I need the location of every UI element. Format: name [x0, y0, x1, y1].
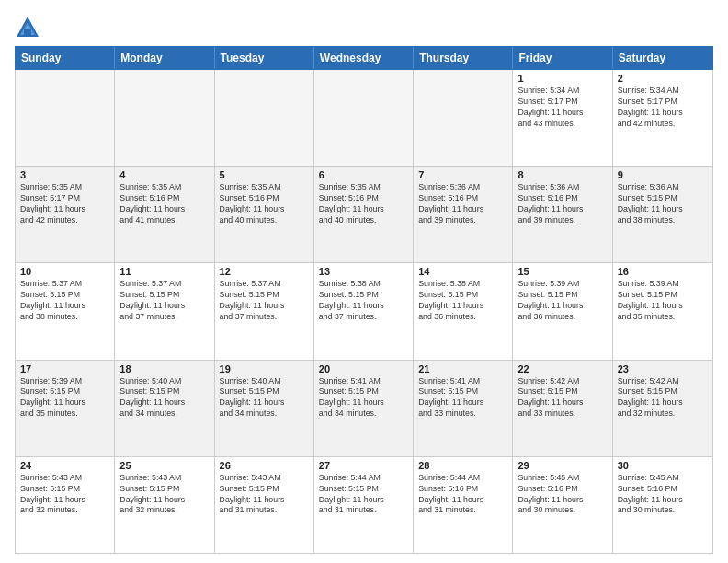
cal-cell: 18Sunrise: 5:40 AM Sunset: 5:15 PM Dayli… — [115, 361, 214, 456]
cal-header-cell: Monday — [115, 47, 214, 69]
cal-header-cell: Wednesday — [314, 47, 414, 69]
day-info: Sunrise: 5:41 AM Sunset: 5:15 PM Dayligh… — [418, 376, 507, 420]
page: SundayMondayTuesdayWednesdayThursdayFrid… — [0, 0, 728, 563]
cal-header-cell: Tuesday — [215, 47, 314, 69]
cal-cell: 21Sunrise: 5:41 AM Sunset: 5:15 PM Dayli… — [414, 361, 513, 456]
day-number: 26 — [220, 460, 309, 471]
day-info: Sunrise: 5:38 AM Sunset: 5:15 PM Dayligh… — [418, 279, 507, 323]
cal-cell: 28Sunrise: 5:44 AM Sunset: 5:16 PM Dayli… — [414, 457, 513, 553]
day-info: Sunrise: 5:39 AM Sunset: 5:15 PM Dayligh… — [20, 376, 109, 420]
day-number: 30 — [618, 460, 708, 471]
day-number: 1 — [518, 73, 607, 84]
cal-cell: 22Sunrise: 5:42 AM Sunset: 5:15 PM Dayli… — [513, 361, 612, 456]
day-number: 27 — [319, 460, 408, 471]
cal-cell: 13Sunrise: 5:38 AM Sunset: 5:15 PM Dayli… — [314, 263, 414, 359]
day-number: 22 — [518, 363, 607, 374]
day-info: Sunrise: 5:35 AM Sunset: 5:16 PM Dayligh… — [220, 182, 309, 226]
logo — [15, 15, 44, 40]
day-info: Sunrise: 5:40 AM Sunset: 5:15 PM Dayligh… — [220, 376, 309, 420]
day-number: 18 — [119, 363, 209, 374]
day-info: Sunrise: 5:36 AM Sunset: 5:16 PM Dayligh… — [418, 182, 507, 226]
cal-cell: 10Sunrise: 5:37 AM Sunset: 5:15 PM Dayli… — [16, 263, 115, 359]
day-number: 11 — [119, 266, 209, 277]
header — [15, 11, 713, 40]
day-info: Sunrise: 5:36 AM Sunset: 5:15 PM Dayligh… — [618, 182, 708, 226]
cal-header-cell: Sunday — [16, 47, 115, 69]
day-info: Sunrise: 5:34 AM Sunset: 5:17 PM Dayligh… — [518, 86, 607, 130]
cal-cell: 17Sunrise: 5:39 AM Sunset: 5:15 PM Dayli… — [16, 361, 115, 456]
cal-week: 17Sunrise: 5:39 AM Sunset: 5:15 PM Dayli… — [16, 361, 712, 457]
cal-week: 3Sunrise: 5:35 AM Sunset: 5:17 PM Daylig… — [16, 167, 712, 263]
logo-icon — [15, 15, 40, 40]
day-info: Sunrise: 5:39 AM Sunset: 5:15 PM Dayligh… — [618, 279, 708, 323]
day-number: 17 — [20, 363, 109, 374]
day-info: Sunrise: 5:37 AM Sunset: 5:15 PM Dayligh… — [220, 279, 309, 323]
day-info: Sunrise: 5:45 AM Sunset: 5:16 PM Dayligh… — [618, 473, 708, 517]
day-info: Sunrise: 5:35 AM Sunset: 5:16 PM Dayligh… — [319, 182, 408, 226]
day-number: 4 — [119, 169, 209, 180]
cal-cell: 4Sunrise: 5:35 AM Sunset: 5:16 PM Daylig… — [115, 167, 214, 262]
day-number: 24 — [20, 460, 109, 471]
cal-cell: 1Sunrise: 5:34 AM Sunset: 5:17 PM Daylig… — [513, 70, 612, 166]
cal-cell: 7Sunrise: 5:36 AM Sunset: 5:16 PM Daylig… — [414, 167, 513, 262]
day-info: Sunrise: 5:34 AM Sunset: 5:17 PM Dayligh… — [618, 86, 708, 130]
day-number: 5 — [220, 169, 309, 180]
day-number: 7 — [418, 169, 507, 180]
day-info: Sunrise: 5:42 AM Sunset: 5:15 PM Dayligh… — [518, 376, 607, 420]
day-info: Sunrise: 5:39 AM Sunset: 5:15 PM Dayligh… — [518, 279, 607, 323]
calendar: SundayMondayTuesdayWednesdayThursdayFrid… — [15, 46, 713, 554]
day-number: 10 — [20, 266, 109, 277]
cal-cell: 30Sunrise: 5:45 AM Sunset: 5:16 PM Dayli… — [613, 457, 712, 553]
day-number: 15 — [518, 266, 607, 277]
day-number: 2 — [618, 73, 708, 84]
day-number: 14 — [418, 266, 507, 277]
day-info: Sunrise: 5:45 AM Sunset: 5:16 PM Dayligh… — [518, 473, 607, 517]
cal-cell: 23Sunrise: 5:42 AM Sunset: 5:15 PM Dayli… — [613, 361, 712, 456]
cal-cell — [16, 70, 115, 166]
day-info: Sunrise: 5:42 AM Sunset: 5:15 PM Dayligh… — [618, 376, 708, 420]
cal-cell: 12Sunrise: 5:37 AM Sunset: 5:15 PM Dayli… — [215, 263, 314, 359]
day-info: Sunrise: 5:43 AM Sunset: 5:15 PM Dayligh… — [20, 473, 109, 517]
cal-cell — [115, 70, 214, 166]
cal-week: 24Sunrise: 5:43 AM Sunset: 5:15 PM Dayli… — [16, 457, 712, 553]
day-info: Sunrise: 5:36 AM Sunset: 5:16 PM Dayligh… — [518, 182, 607, 226]
cal-cell: 20Sunrise: 5:41 AM Sunset: 5:15 PM Dayli… — [314, 361, 414, 456]
cal-cell: 27Sunrise: 5:44 AM Sunset: 5:15 PM Dayli… — [314, 457, 414, 553]
day-number: 23 — [618, 363, 708, 374]
cal-header-cell: Saturday — [613, 47, 712, 69]
cal-cell — [215, 70, 314, 166]
cal-cell: 3Sunrise: 5:35 AM Sunset: 5:17 PM Daylig… — [16, 167, 115, 262]
cal-cell: 8Sunrise: 5:36 AM Sunset: 5:16 PM Daylig… — [513, 167, 612, 262]
calendar-header: SundayMondayTuesdayWednesdayThursdayFrid… — [15, 46, 713, 70]
cal-cell: 16Sunrise: 5:39 AM Sunset: 5:15 PM Dayli… — [613, 263, 712, 359]
day-info: Sunrise: 5:43 AM Sunset: 5:15 PM Dayligh… — [220, 473, 309, 517]
calendar-body: 1Sunrise: 5:34 AM Sunset: 5:17 PM Daylig… — [15, 70, 713, 554]
day-number: 28 — [418, 460, 507, 471]
cal-cell: 11Sunrise: 5:37 AM Sunset: 5:15 PM Dayli… — [115, 263, 214, 359]
day-info: Sunrise: 5:41 AM Sunset: 5:15 PM Dayligh… — [319, 376, 408, 420]
cal-cell: 24Sunrise: 5:43 AM Sunset: 5:15 PM Dayli… — [16, 457, 115, 553]
cal-cell — [314, 70, 414, 166]
day-number: 16 — [618, 266, 708, 277]
day-number: 8 — [518, 169, 607, 180]
day-number: 9 — [618, 169, 708, 180]
cal-cell: 26Sunrise: 5:43 AM Sunset: 5:15 PM Dayli… — [215, 457, 314, 553]
day-info: Sunrise: 5:37 AM Sunset: 5:15 PM Dayligh… — [119, 279, 209, 323]
day-info: Sunrise: 5:40 AM Sunset: 5:15 PM Dayligh… — [119, 376, 209, 420]
cal-cell: 14Sunrise: 5:38 AM Sunset: 5:15 PM Dayli… — [414, 263, 513, 359]
cal-cell: 19Sunrise: 5:40 AM Sunset: 5:15 PM Dayli… — [215, 361, 314, 456]
day-number: 3 — [20, 169, 109, 180]
cal-cell: 9Sunrise: 5:36 AM Sunset: 5:15 PM Daylig… — [613, 167, 712, 262]
day-info: Sunrise: 5:35 AM Sunset: 5:17 PM Dayligh… — [20, 182, 109, 226]
day-number: 25 — [119, 460, 209, 471]
cal-header-cell: Friday — [513, 47, 612, 69]
day-info: Sunrise: 5:35 AM Sunset: 5:16 PM Dayligh… — [119, 182, 209, 226]
day-number: 19 — [220, 363, 309, 374]
cal-week: 1Sunrise: 5:34 AM Sunset: 5:17 PM Daylig… — [16, 70, 712, 167]
cal-cell — [414, 70, 513, 166]
cal-cell: 2Sunrise: 5:34 AM Sunset: 5:17 PM Daylig… — [613, 70, 712, 166]
day-number: 20 — [319, 363, 408, 374]
day-number: 12 — [220, 266, 309, 277]
cal-header-cell: Thursday — [414, 47, 513, 69]
cal-cell: 15Sunrise: 5:39 AM Sunset: 5:15 PM Dayli… — [513, 263, 612, 359]
